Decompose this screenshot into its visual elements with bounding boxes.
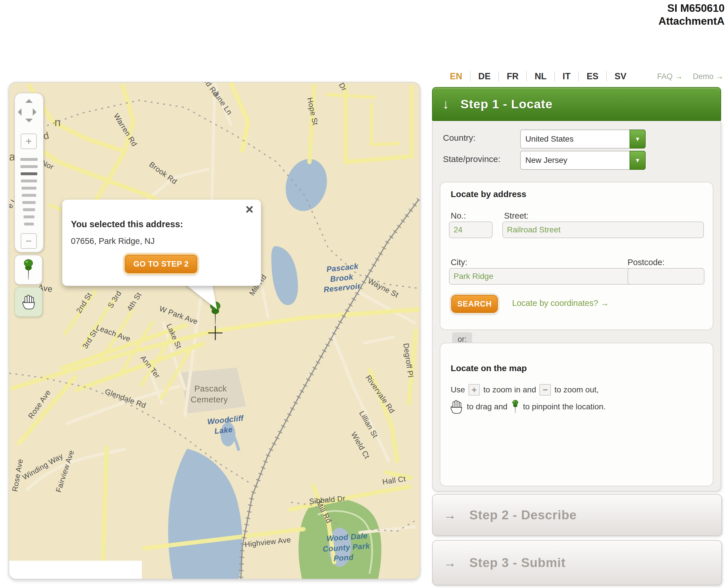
step3-title: Step 3 - Submit bbox=[469, 555, 566, 570]
search-button[interactable]: SEARCH bbox=[451, 295, 498, 313]
arrow-right-icon: → bbox=[600, 298, 609, 308]
pinpoint-tool-button[interactable] bbox=[14, 255, 43, 285]
street-label: Street: bbox=[504, 211, 529, 220]
popup-address: 07656, Park Ridge, NJ bbox=[71, 236, 155, 246]
city-input[interactable] bbox=[449, 268, 633, 285]
lang-tab-fr[interactable]: FR bbox=[498, 71, 526, 82]
lang-tab-nl[interactable]: NL bbox=[526, 71, 554, 82]
locate-by-coordinates-link[interactable]: Locate by coordinates? → bbox=[512, 298, 609, 308]
pan-down-icon[interactable] bbox=[25, 119, 33, 122]
lang-links: FAQ → Demo → bbox=[657, 72, 723, 81]
no-label: No.: bbox=[451, 211, 466, 220]
lang-tab-sv[interactable]: SV bbox=[606, 71, 634, 82]
state-value: New Jersey bbox=[525, 156, 567, 165]
locate-on-map-box: Locate on the map Use + to zoom in and −… bbox=[440, 343, 713, 486]
map-popup: × You selected this address: 07656, Park… bbox=[62, 200, 261, 286]
chevron-down-icon[interactable]: ▼ bbox=[630, 151, 646, 170]
coords-link-label: Locate by coordinates? bbox=[512, 298, 598, 308]
map-label: Lake bbox=[214, 425, 233, 436]
country-value: United States bbox=[525, 134, 574, 144]
zoom-slider-handle[interactable] bbox=[21, 172, 37, 175]
popup-title: You selected this address: bbox=[71, 219, 183, 230]
instr-zoom-in: to zoom in and bbox=[483, 385, 536, 394]
map-label: Pond bbox=[333, 553, 354, 563]
address-box-title: Locate by address bbox=[451, 189, 526, 199]
pushpin-marker-icon[interactable] bbox=[208, 298, 223, 328]
map-canvas[interactable]: and Rd June Ln Dr Hope St Warren Rd Broo… bbox=[8, 82, 420, 580]
step2-header[interactable]: → Step 2 - Describe bbox=[432, 494, 722, 536]
arrow-right-icon: → bbox=[443, 555, 456, 570]
instruction-line1: Use + to zoom in and − to zoom out, bbox=[451, 384, 599, 396]
postcode-input[interactable] bbox=[627, 268, 704, 285]
instr-zoom-out: to zoom out, bbox=[554, 385, 598, 394]
zoom-slider-step[interactable] bbox=[21, 180, 37, 183]
zoom-slider-step[interactable] bbox=[22, 201, 36, 204]
instr-use: Use bbox=[451, 385, 465, 394]
locate-by-address-box: Locate by address No.: Street: City: Pos… bbox=[440, 182, 713, 330]
doc-ref-line1: SI M650610 bbox=[659, 2, 725, 15]
plus-icon: + bbox=[468, 384, 480, 396]
step3-header[interactable]: → Step 3 - Submit bbox=[432, 540, 722, 585]
street-input[interactable] bbox=[502, 222, 704, 238]
hand-icon bbox=[21, 294, 36, 310]
state-select[interactable]: New Jersey ▼ bbox=[520, 151, 646, 170]
postcode-label: Postcode: bbox=[627, 258, 665, 267]
go-to-step2-button[interactable]: GO TO STEP 2 bbox=[125, 255, 197, 273]
faq-label: FAQ bbox=[657, 72, 672, 81]
demo-label: Demo bbox=[693, 72, 713, 81]
step1-header[interactable]: ↓ Step 1 - Locate bbox=[432, 87, 721, 121]
zoom-slider-step[interactable] bbox=[23, 208, 35, 211]
chevron-down-icon[interactable]: ▼ bbox=[630, 129, 646, 148]
arrow-right-icon: → bbox=[443, 508, 456, 522]
hand-icon bbox=[449, 400, 463, 414]
drag-hand-tool-button[interactable] bbox=[14, 287, 43, 317]
pan-left-icon[interactable] bbox=[18, 108, 22, 116]
down-arrow-icon: ↓ bbox=[442, 96, 449, 112]
map-label: n bbox=[54, 116, 61, 129]
zoom-slider-step[interactable] bbox=[24, 223, 34, 226]
zoom-slider-step[interactable] bbox=[20, 158, 38, 161]
arrow-right-icon: → bbox=[675, 72, 682, 81]
country-label: Country: bbox=[443, 133, 476, 143]
pushpin-icon bbox=[22, 259, 35, 280]
zoom-slider-step[interactable] bbox=[22, 187, 37, 190]
instr-drag: to drag and bbox=[467, 402, 508, 411]
map-label: Cemetery bbox=[191, 395, 228, 404]
step1-panel: ↓ Step 1 - Locate Country: United States… bbox=[432, 87, 721, 491]
zoom-slider-step[interactable] bbox=[24, 215, 35, 218]
step2-title: Step 2 - Describe bbox=[469, 508, 577, 522]
step1-title: Step 1 - Locate bbox=[460, 97, 553, 111]
close-icon[interactable]: × bbox=[245, 201, 253, 217]
language-bar: EN DE FR NL IT ES SV FAQ → Demo → bbox=[442, 68, 723, 84]
step1-body: Country: United States ▼ State/province:… bbox=[432, 121, 721, 491]
zoom-out-button[interactable]: − bbox=[21, 233, 37, 249]
map-zoom-control: + − bbox=[14, 93, 44, 252]
zoom-in-button[interactable]: + bbox=[21, 133, 37, 149]
arrow-right-icon: → bbox=[716, 72, 723, 81]
house-number-input[interactable] bbox=[449, 222, 492, 238]
city-label: City: bbox=[451, 258, 467, 267]
pushpin-icon bbox=[511, 400, 520, 414]
instruction-line2: to drag and to pinpoint the location. bbox=[449, 400, 606, 414]
zoom-slider-step[interactable] bbox=[20, 165, 38, 168]
faq-link[interactable]: FAQ → bbox=[657, 72, 683, 81]
state-label: State/province: bbox=[443, 154, 500, 164]
lang-tab-en[interactable]: EN bbox=[442, 71, 470, 82]
document-reference: SI M650610 AttachmentA bbox=[659, 2, 725, 27]
map-box-title: Locate on the map bbox=[451, 363, 527, 373]
doc-ref-line2: AttachmentA bbox=[659, 15, 725, 27]
pan-up-icon[interactable] bbox=[25, 99, 33, 103]
country-select[interactable]: United States ▼ bbox=[520, 129, 646, 148]
minus-icon: − bbox=[539, 384, 551, 396]
lang-tab-de[interactable]: DE bbox=[470, 71, 498, 82]
lang-tab-it[interactable]: IT bbox=[554, 71, 578, 82]
zoom-slider-step[interactable] bbox=[22, 194, 36, 197]
pan-right-icon[interactable] bbox=[33, 108, 37, 116]
demo-link[interactable]: Demo → bbox=[693, 72, 723, 81]
map-label: Pascack bbox=[194, 384, 227, 394]
lang-tab-es[interactable]: ES bbox=[578, 71, 606, 82]
instr-pinpoint: to pinpoint the location. bbox=[523, 402, 606, 411]
page: SI M650610 AttachmentA bbox=[0, 0, 728, 588]
